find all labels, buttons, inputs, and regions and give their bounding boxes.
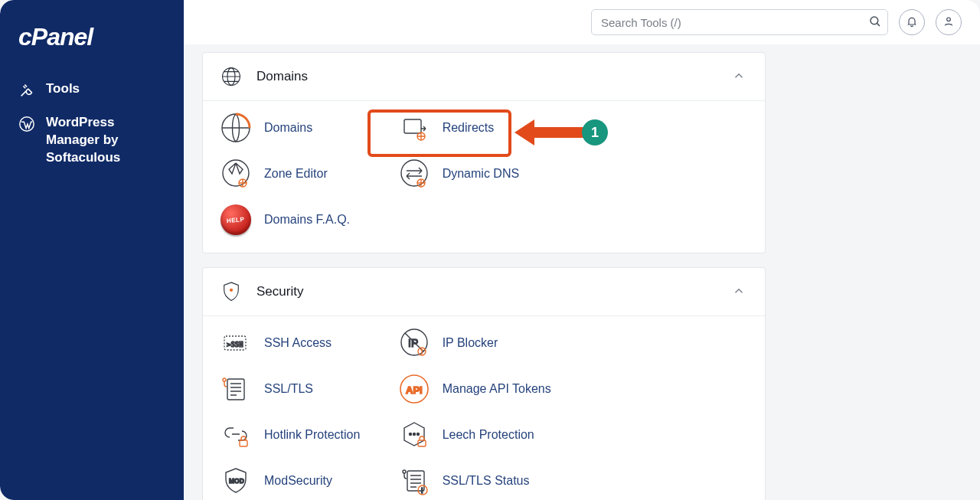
dynamic-dns-icon [398, 158, 430, 190]
wordpress-icon [18, 116, 35, 132]
tool-dynamic-dns[interactable]: Dynamic DNS [398, 158, 570, 190]
svg-point-26 [413, 433, 415, 436]
svg-rect-23 [240, 440, 247, 446]
globe-icon [220, 65, 243, 88]
svg-point-31 [403, 470, 406, 473]
tool-label: SSL/TLS [264, 382, 313, 396]
search-icon [868, 15, 882, 31]
sidebar-item-label: WordPress Manager by Softaculous [46, 114, 165, 167]
tool-label: Leech Protection [443, 428, 534, 442]
user-icon [942, 15, 955, 30]
collapse-button-domains[interactable] [730, 67, 748, 86]
tool-label: ModSecurity [264, 474, 332, 488]
redirects-icon [398, 112, 430, 144]
sidebar-item-label: Tools [46, 80, 165, 98]
tool-label: IP Blocker [443, 336, 498, 350]
panel-header-domains[interactable]: Domains [203, 53, 765, 101]
svg-point-12 [230, 289, 233, 292]
svg-rect-6 [404, 119, 421, 133]
tool-redirects[interactable]: Redirects [398, 112, 570, 144]
svg-text:API: API [406, 384, 423, 396]
svg-point-27 [416, 433, 419, 436]
modsecurity-icon: MOD [220, 465, 252, 497]
ip-blocker-icon: IP [398, 327, 430, 359]
sidebar: cPanel Tools WordPress Manager by Softac… [0, 0, 184, 500]
tool-grid-security: >SSH SSH Access IP IP Blocker [203, 316, 765, 500]
search-wrap [591, 9, 888, 35]
svg-point-0 [20, 117, 34, 131]
svg-text:MOD: MOD [229, 477, 244, 485]
tool-hotlink-protection[interactable]: Hotlink Protection [220, 419, 392, 451]
panel-title: Domains [256, 69, 716, 84]
chevron-up-icon [732, 69, 746, 85]
panel-title: Security [256, 284, 716, 299]
panel-header-security[interactable]: Security [203, 268, 765, 316]
tool-modsecurity[interactable]: MOD ModSecurity [220, 465, 392, 497]
svg-text:>SSH: >SSH [227, 341, 243, 348]
leech-icon [398, 419, 430, 451]
tool-label: Hotlink Protection [264, 428, 360, 442]
tool-ssl-tls[interactable]: SSL/TLS [220, 373, 392, 405]
tool-label: SSL/TLS Status [443, 474, 530, 488]
tool-label: Manage API Tokens [443, 382, 551, 396]
tool-domains-faq[interactable]: HELP Domains F.A.Q. [220, 204, 392, 236]
search-input[interactable] [591, 9, 888, 35]
tool-label: Domains [264, 121, 312, 135]
tool-ssh-access[interactable]: >SSH SSH Access [220, 327, 392, 359]
tool-label: Domains F.A.Q. [264, 213, 350, 227]
svg-point-18 [420, 349, 423, 351]
tool-zone-editor[interactable]: Zone Editor [220, 158, 392, 190]
main-content: Domains Domains [184, 44, 980, 500]
account-button[interactable] [936, 9, 962, 35]
tool-api-tokens[interactable]: API Manage API Tokens [398, 373, 570, 405]
brand-logo-text: cPanel [18, 23, 93, 51]
tool-ip-blocker[interactable]: IP IP Blocker [398, 327, 570, 359]
svg-point-20 [223, 378, 226, 381]
svg-text:i: i [421, 487, 423, 495]
tool-domains[interactable]: Domains [220, 112, 392, 144]
svg-point-25 [409, 433, 411, 436]
tool-label: Zone Editor [264, 167, 328, 181]
tools-icon [18, 82, 35, 99]
svg-rect-19 [227, 379, 244, 400]
brand-logo: cPanel [0, 15, 184, 73]
tool-grid-domains: Domains Redirects [203, 101, 765, 253]
svg-point-1 [871, 17, 878, 25]
sidebar-item-tools[interactable]: Tools [0, 73, 184, 106]
ssh-icon: >SSH [220, 327, 252, 359]
zone-editor-icon [220, 158, 252, 190]
panel-domains: Domains Domains [202, 52, 766, 253]
svg-text:IP: IP [408, 337, 418, 349]
svg-point-2 [947, 18, 951, 21]
api-tokens-icon: API [398, 373, 430, 405]
topbar [184, 0, 980, 44]
collapse-button-security[interactable] [730, 283, 748, 301]
chevron-up-icon [732, 284, 746, 300]
search-button[interactable] [865, 12, 885, 32]
svg-point-10 [401, 160, 427, 186]
tool-leech-protection[interactable]: Leech Protection [398, 419, 570, 451]
tool-label: Dynamic DNS [443, 167, 519, 181]
tool-label: SSH Access [264, 336, 332, 350]
hotlink-icon [220, 419, 252, 451]
tool-ssl-tls-status[interactable]: i SSL/TLS Status [398, 465, 570, 497]
panel-security: Security >SSH SSH Access [202, 267, 766, 500]
sidebar-item-wordpress-manager[interactable]: WordPress Manager by Softaculous [0, 106, 184, 175]
ssl-tls-icon [220, 373, 252, 405]
bell-icon [906, 15, 918, 30]
tool-label: Redirects [443, 121, 495, 135]
ssl-status-icon: i [398, 465, 430, 497]
help-icon: HELP [220, 204, 252, 236]
domains-icon [220, 112, 252, 144]
notifications-button[interactable] [899, 9, 925, 35]
shield-icon [220, 280, 243, 303]
